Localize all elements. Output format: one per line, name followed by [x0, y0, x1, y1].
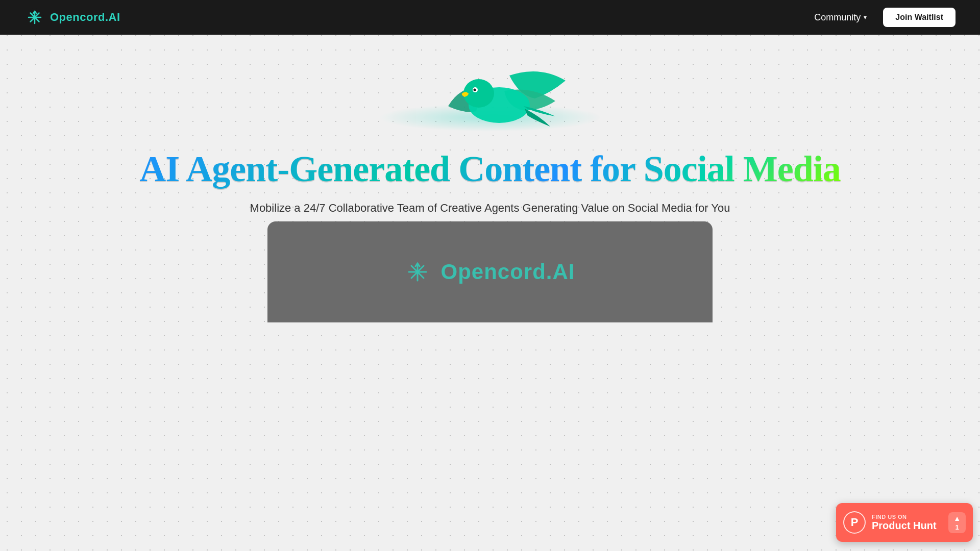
bird-mascot-icon [433, 65, 576, 132]
product-hunt-find-us-label: FIND US ON [872, 514, 942, 520]
community-label: Community [814, 12, 861, 23]
navbar-right: Community ▾ Join Waitlist [814, 8, 955, 27]
product-hunt-text-area: FIND US ON Product Hunt [872, 514, 942, 532]
product-hunt-badge[interactable]: P FIND US ON Product Hunt ▲ 1 [836, 503, 973, 542]
upvote-count: 1 [955, 523, 959, 531]
logo-text-suffix: .AI [105, 11, 120, 23]
logo-text: Opencord.AI [50, 11, 120, 24]
product-hunt-letter: P [851, 516, 859, 529]
upvote-arrow-icon: ▲ [953, 514, 961, 522]
bottom-card-logo-icon [405, 259, 430, 285]
community-menu[interactable]: Community ▾ [814, 12, 867, 23]
bottom-card: Opencord.AI [267, 221, 713, 322]
hero-heading: AI Agent-Generated Content for Social Me… [139, 149, 840, 189]
hero-illustration [362, 65, 618, 137]
logo-icon [24, 7, 45, 28]
logo[interactable]: Opencord.AI [24, 7, 120, 28]
logo-text-prefix: Opencord [50, 11, 105, 23]
navbar: Opencord.AI Community ▾ Join Waitlist [0, 0, 980, 35]
svg-point-10 [474, 89, 476, 91]
bottom-card-content: Opencord.AI [405, 259, 575, 285]
product-hunt-upvote[interactable]: ▲ 1 [948, 512, 966, 533]
product-hunt-circle: P [843, 511, 866, 534]
hero-subtext: Mobilize a 24/7 Collaborative Team of Cr… [250, 202, 730, 215]
join-waitlist-button[interactable]: Join Waitlist [883, 8, 955, 27]
bottom-card-logo-text: Opencord.AI [440, 260, 575, 284]
main-content: AI Agent-Generated Content for Social Me… [0, 35, 980, 322]
product-hunt-name-label: Product Hunt [872, 520, 942, 532]
chevron-down-icon: ▾ [864, 14, 867, 21]
